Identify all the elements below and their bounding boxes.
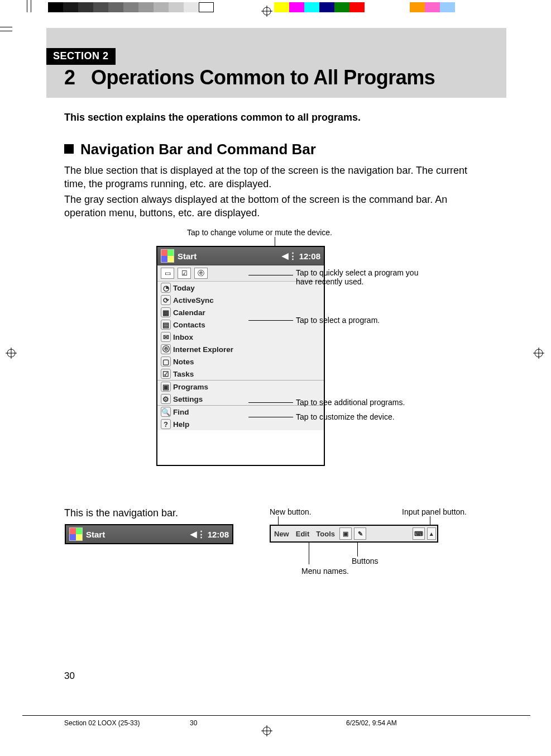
leader-line xyxy=(357,542,358,557)
menu-item-inbox[interactable]: ✉Inbox xyxy=(157,331,324,343)
leader-line xyxy=(248,417,293,417)
navigation-bar: Start ◀⋮ 12:08 xyxy=(157,247,324,265)
paragraph-1: The blue section that is displayed at th… xyxy=(64,164,488,191)
leader-line xyxy=(248,275,293,275)
menu-item-activesync[interactable]: ⟳ActiveSync xyxy=(157,294,324,306)
leader-line xyxy=(309,542,309,564)
recent-icon[interactable]: ⓔ xyxy=(194,268,208,279)
today-icon: ◔ xyxy=(161,283,171,293)
navigation-bar-example: Start ◀⋮ 12:08 xyxy=(65,524,233,544)
tasks-icon: ☑ xyxy=(161,369,171,379)
color-calibration-bar xyxy=(48,2,517,12)
command-bar-example: New Edit Tools ▣ ✎ ⌨ ▴ xyxy=(270,525,438,543)
find-icon: 🔍 xyxy=(161,407,171,417)
leader-line xyxy=(430,516,430,525)
caption-volume: Tap to change volume or mute the device. xyxy=(187,228,332,237)
menu-item-tasks[interactable]: ☑Tasks xyxy=(157,368,324,380)
bullet-square-icon xyxy=(64,144,74,154)
label-buttons: Buttons xyxy=(352,557,378,565)
inbox-icon: ✉ xyxy=(161,332,171,342)
label-menu-names: Menu names. xyxy=(301,567,349,576)
input-panel-button[interactable]: ⌨ xyxy=(413,527,425,540)
section-tab: SECTION 2 xyxy=(46,48,116,65)
menu-item-ie[interactable]: ⓔInternet Explorer xyxy=(157,343,324,355)
leader-line xyxy=(248,402,293,403)
caption-customize: Tap to customize the device. xyxy=(296,412,395,421)
windows-flag-icon[interactable] xyxy=(161,249,174,263)
chapter-title-text: Operations Common to All Programs xyxy=(91,66,435,89)
toolbar-button[interactable]: ✎ xyxy=(354,527,366,540)
navbar-caption: This is the navigation bar. xyxy=(64,507,178,519)
leader-line xyxy=(248,320,293,321)
registration-mark-icon xyxy=(261,725,272,736)
settings-icon: ⚙ xyxy=(161,394,171,404)
footer-doc-name: Section 02 LOOX (25-33) xyxy=(64,719,140,727)
caption-select-program: Tap to select a program. xyxy=(296,316,380,325)
help-icon: ? xyxy=(161,419,171,429)
heading-navigation-command-bar: Navigation Bar and Command Bar xyxy=(64,141,316,158)
menu-item-programs[interactable]: ▣Programs xyxy=(157,381,324,393)
windows-flag-icon[interactable] xyxy=(69,527,83,541)
speaker-icon[interactable]: ◀⋮ xyxy=(190,529,205,539)
ie-icon: ⓔ xyxy=(161,344,171,354)
registration-mark-icon xyxy=(6,348,17,359)
recent-icon[interactable]: ☑ xyxy=(178,268,191,279)
start-label[interactable]: Start xyxy=(178,251,197,261)
footer-rule xyxy=(22,715,530,716)
clock[interactable]: 12:08 xyxy=(208,530,229,539)
speaker-icon[interactable]: ◀⋮ xyxy=(282,251,297,261)
paragraph-2: The gray section always displayed at the… xyxy=(64,193,488,220)
menu-tools[interactable]: Tools xyxy=(313,530,338,538)
registration-mark-icon xyxy=(261,6,272,17)
label-input-panel-button: Input panel button. xyxy=(402,507,467,516)
page-number: 30 xyxy=(64,671,75,682)
registration-mark-icon xyxy=(533,348,544,359)
input-panel-arrow[interactable]: ▴ xyxy=(427,527,436,540)
contacts-icon: ▤ xyxy=(161,320,171,330)
start-menu: ◔Today ⟳ActiveSync ▦Calendar ▤Contacts ✉… xyxy=(157,282,324,430)
menu-edit[interactable]: Edit xyxy=(293,530,313,538)
calendar-icon: ▦ xyxy=(161,307,171,317)
notes-icon: ▢ xyxy=(161,356,171,367)
leader-line xyxy=(278,516,279,525)
label-new-button: New button. xyxy=(270,507,312,516)
menu-item-notes[interactable]: ▢Notes xyxy=(157,355,324,368)
caption-recent: Tap to quickly select a program you have… xyxy=(296,268,419,286)
toolbar-button[interactable]: ▣ xyxy=(339,527,352,540)
menu-new[interactable]: New xyxy=(271,530,293,538)
intro-text: This section explains the operations com… xyxy=(64,111,488,124)
chapter-title: 2 Operations Common to All Programs xyxy=(64,66,435,89)
clock[interactable]: 12:08 xyxy=(299,251,320,261)
recent-icon[interactable]: ▭ xyxy=(161,268,174,279)
sync-icon: ⟳ xyxy=(161,295,171,305)
chapter-number: 2 xyxy=(64,66,75,89)
caption-additional-programs: Tap to see additional programs. xyxy=(296,398,405,407)
programs-icon: ▣ xyxy=(161,382,171,392)
footer-page: 30 xyxy=(190,719,197,727)
footer-timestamp: 6/25/02, 9:54 AM xyxy=(346,719,397,727)
start-label[interactable]: Start xyxy=(86,530,105,539)
